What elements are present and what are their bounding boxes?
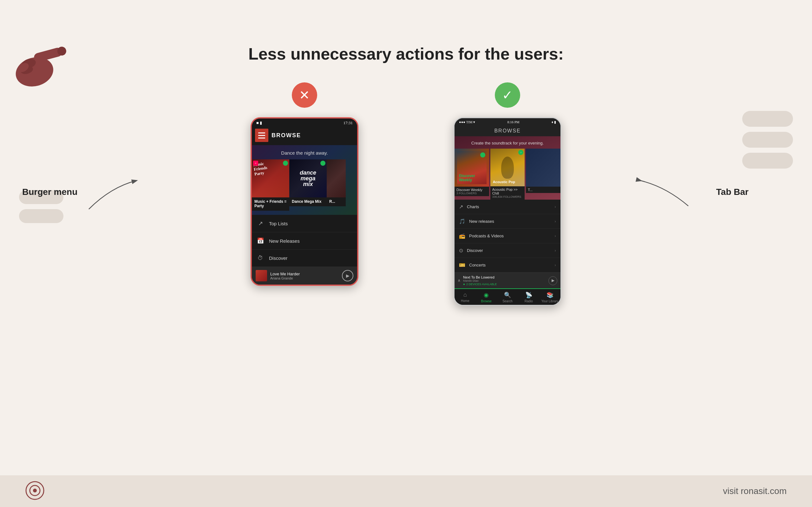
charts-chevron: › [554,205,556,210]
discover-card-followers: 3 FOLLOWERS [456,192,487,195]
burger-arrow [86,162,149,225]
discover-weekly-label: DiscoverWeekly [459,174,475,182]
np-artist: Ariana Grande [270,276,339,280]
tab-home[interactable]: ⌂ Home [455,291,476,303]
np-info: Love Me Harder Ariana Grande [270,272,339,280]
tab-bar: ⌂ Home ◉ Browse 🔍 Search 📡 Radio 📚 [455,288,560,305]
good-np-devices: 2 DEVICES AVAILABLE [466,283,497,286]
concerts-icon: 🎫 [459,262,465,268]
good-hero-cards: DiscoverWeekly Discover Weekly 3 FOLLOWE… [455,149,560,200]
tab-browse[interactable]: ◉ Browse [476,291,497,303]
bad-phone-mockup: ■ ▮ 17:31 BROWSE Dance the night away. [251,117,358,286]
good-example-panel: ✓ ●●● TIM ▾ 8:16 PM ♦ ▮ BROWSE Create th… [454,82,561,306]
home-tab-label: Home [461,299,469,302]
good-browse-title: BROWSE [494,128,520,133]
footer: visit ronasit.com [0,475,812,507]
bad-card-3[interactable]: R... [327,159,346,211]
good-card-discover[interactable]: DiscoverWeekly Discover Weekly 3 FOLLOWE… [455,149,489,200]
bad-hero-cards: Music Friends Party d Music + Friends = [252,159,357,211]
bad-indicator: ✕ [292,82,317,108]
acoustic-card-followers: 336,834 FOLLOWERS [492,195,523,199]
bad-hero-section: Dance the night away. Music Friends Part… [252,145,357,215]
acoustic-card-name: Acoustic Pop >> Chill [492,187,523,195]
good-now-playing[interactable]: ∧ Next To Be Lowered Mando Diao ● 2 DEVI… [455,273,560,288]
good-np-artist: Mando Diao [463,279,478,282]
burger-menu-label: Burger menu [22,187,78,197]
newreleases-icon: 🎵 [459,218,465,224]
burger-menu-label-area: Burger menu [22,187,78,197]
tab-library[interactable]: 📚 Your Library [539,291,560,303]
np-thumbnail [256,270,267,281]
bad-example-panel: ✕ ■ ▮ 17:31 BROWSE Dance the night away. [251,82,358,306]
good-browse-header: BROWSE [455,126,560,136]
burger-menu-button[interactable] [255,129,268,142]
discover-label: Discover [269,256,287,261]
bad-menu-section: ↗ Top Lists 📅 New Releases ⏱ Discover [252,215,357,267]
bad-menu-newreleases[interactable]: 📅 New Releases [252,232,357,250]
bad-hero-text: Dance the night away. [281,150,328,156]
good-indicator: ✓ [495,82,520,108]
bad-now-playing[interactable]: Love Me Harder Ariana Grande ▶ [252,267,357,285]
np-play-button[interactable]: ▶ [342,270,353,281]
status-time: 17:31 [343,120,353,125]
discover-card-name: Discover Weekly [456,188,487,192]
good-menu-charts[interactable]: ↗ Charts › [455,200,560,214]
bad-status-bar: ■ ▮ 17:31 [252,118,357,127]
discover-chevron: › [554,248,556,253]
browse-tab-label: Browse [481,299,492,303]
tabbar-label-area: Tab Bar [716,187,749,197]
radio-tab-icon: 📡 [525,291,532,298]
good-menu-podcasts[interactable]: 📻 Podcasts & Videos › [455,229,560,243]
good-hero-section: Create the soundtrack for your evening. … [455,136,560,200]
bad-browse-title: BROWSE [271,132,301,139]
good-status-left: ●●● TIM ▾ [459,120,475,124]
discover-label: Discover [467,248,483,253]
podcasts-icon: 📻 [459,233,465,239]
bad-card-2-name: Dance Mega Mix [292,199,324,204]
np-title: Love Me Harder [270,272,339,276]
bad-card-2[interactable]: dance mega mix Dance Mega Mix [289,159,327,211]
bad-menu-discover[interactable]: ⏱ Discover [252,250,357,267]
tab-radio[interactable]: 📡 Radio [518,291,539,303]
home-tab-icon: ⌂ [463,291,467,298]
newreleases-label: New Releases [269,238,300,244]
good-np-title: Next To Be Lowered [463,275,546,279]
bad-card-1[interactable]: Music Friends Party d Music + Friends = [252,159,289,211]
charts-label: Charts [467,205,479,209]
good-np-info: Next To Be Lowered Mando Diao ● 2 DEVICE… [463,275,546,286]
good-menu-concerts[interactable]: 🎫 Concerts › [455,258,560,273]
good-np-play[interactable]: ▶ [548,276,557,285]
good-status-bar: ●●● TIM ▾ 8:16 PM ♦ ▮ [455,118,560,126]
svg-point-8 [33,489,37,493]
tab-search[interactable]: 🔍 Search [497,291,518,303]
concerts-label: Concerts [469,263,486,268]
status-battery: ■ ▮ [256,120,262,125]
bad-browse-header: BROWSE [252,127,357,145]
good-phone-mockup: ●●● TIM ▾ 8:16 PM ♦ ▮ BROWSE Create the … [454,117,561,306]
good-menu-discover[interactable]: ⊙ Discover › [455,243,560,258]
good-menu-newreleases[interactable]: 🎵 New releases › [455,214,560,229]
footer-url: visit ronasit.com [723,486,786,496]
browse-tab-icon: ◉ [484,291,489,298]
search-tab-label: Search [502,299,513,303]
concerts-chevron: › [554,263,556,268]
podcasts-label: Podcasts & Videos [469,233,504,238]
newreleases-chevron: › [554,219,556,224]
charts-icon: ↗ [459,204,463,210]
search-tab-icon: 🔍 [504,291,511,298]
good-card-acoustic[interactable]: Acoustic Pop ♪ Acoustic Pop >> Chill 336… [490,149,525,200]
good-hero-text: Create the soundtrack for your evening. [471,141,544,146]
acoustic-label: Acoustic Pop [493,180,515,184]
newreleases-icon: 📅 [257,237,264,244]
toplists-icon: ↗ [257,220,264,227]
library-tab-label: Your Library [542,299,559,303]
bad-menu-toplists[interactable]: ↗ Top Lists [252,215,357,232]
expand-icon: ∧ [458,278,461,283]
tabbar-label: Tab Bar [716,187,749,197]
good-card-third[interactable]: T... [526,149,560,200]
toplists-label: Top Lists [269,221,288,226]
tabbar-arrow [622,162,692,225]
podcasts-chevron: › [554,233,556,239]
good-menu-section: ↗ Charts › 🎵 New releases › 📻 Podcasts [455,200,560,273]
page-title: Less unnecessary actions for the users: [0,19,812,63]
